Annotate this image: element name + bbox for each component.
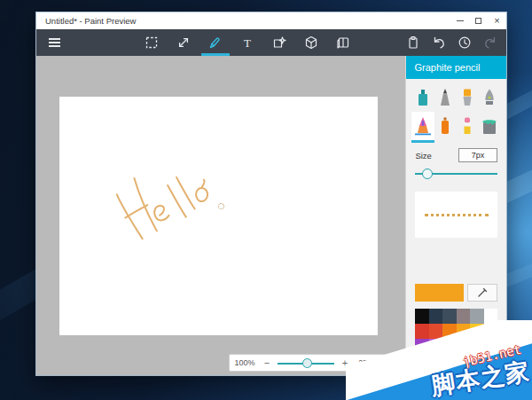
crayon-icon: [460, 116, 474, 136]
canvas-tool-button[interactable]: [327, 29, 359, 56]
panel-header: Graphite pencil: [406, 56, 506, 79]
palette-swatch[interactable]: [484, 324, 497, 339]
zoom-out-button[interactable]: −: [260, 357, 274, 368]
cube-3d-icon: [303, 35, 319, 51]
size-slider[interactable]: [415, 168, 497, 180]
sticker-icon: [271, 35, 287, 51]
palette-swatch[interactable]: [429, 324, 442, 339]
eyedropper-button[interactable]: [467, 284, 497, 302]
zoom-level: 100%: [230, 358, 260, 367]
drawing-canvas[interactable]: [59, 97, 378, 335]
zoom-slider-thumb[interactable]: [302, 358, 312, 368]
paste-icon: [405, 35, 421, 51]
history-button[interactable]: [451, 29, 477, 56]
minimize-button[interactable]: [450, 12, 469, 29]
toolbar: T: [36, 29, 506, 56]
text-icon: T: [239, 35, 255, 51]
zoom-slider[interactable]: [274, 355, 338, 371]
select-tool-button[interactable]: [136, 29, 168, 56]
history-clock-icon: [457, 35, 473, 51]
brush-graphite-pencil[interactable]: [434, 83, 457, 112]
palette-swatch[interactable]: [442, 309, 456, 324]
text-tool-button[interactable]: T: [231, 29, 263, 56]
menu-button[interactable]: [49, 38, 60, 47]
palette-swatch[interactable]: [470, 339, 483, 354]
brush-watercolor-selected[interactable]: [411, 112, 434, 140]
chevron-down-icon[interactable]: ⌄: [375, 359, 393, 367]
brushes-panel: Graphite pencil: [405, 56, 506, 375]
hello-drawing: [111, 161, 244, 258]
stroke-preview: [415, 192, 497, 238]
brush-fountain-pen[interactable]: [479, 83, 501, 112]
select-icon: [144, 35, 160, 51]
palette-swatch[interactable]: [484, 309, 497, 324]
marker-icon: [416, 88, 430, 107]
fountain-pen-icon: [482, 88, 497, 107]
view-mode-value[interactable]: 2D: [352, 358, 375, 367]
window-title: Untitled* - Paint Preview: [36, 16, 450, 26]
size-slider-thumb[interactable]: [422, 169, 433, 179]
brush-spray-can[interactable]: [434, 112, 457, 140]
paste-button[interactable]: [400, 29, 426, 56]
hamburger-icon: [49, 38, 60, 40]
paint-preview-window: Untitled* - Paint Preview ×: [35, 12, 507, 376]
svg-text:T: T: [244, 36, 251, 50]
color-palette: [415, 309, 497, 354]
titlebar[interactable]: Untitled* - Paint Preview ×: [36, 12, 506, 29]
palette-swatch[interactable]: [429, 309, 442, 324]
workspace: 100% − + 2D ⌄: [36, 56, 405, 375]
size-value-field[interactable]: 7px: [458, 148, 497, 162]
zoom-in-button[interactable]: +: [338, 357, 352, 368]
close-button[interactable]: ×: [488, 12, 506, 29]
action-group: [400, 29, 506, 56]
palette-swatch[interactable]: [415, 324, 428, 339]
eyedropper-icon: [476, 286, 489, 299]
stickers-tool-button[interactable]: [263, 29, 295, 56]
current-color-swatch[interactable]: [415, 284, 464, 302]
minimize-icon: [457, 20, 464, 21]
brushes-tool-button[interactable]: [200, 29, 231, 56]
redo-button[interactable]: [477, 29, 503, 56]
palette-swatch[interactable]: [415, 339, 428, 354]
palette-swatch[interactable]: [457, 339, 470, 354]
canvas-icon: [335, 35, 351, 51]
window-controls: ×: [450, 12, 506, 29]
brush-grid: [411, 83, 501, 140]
brush-cursor: [218, 203, 224, 209]
3d-tool-button[interactable]: [295, 29, 327, 56]
palette-swatch[interactable]: [484, 339, 497, 354]
undo-button[interactable]: [426, 29, 451, 56]
spray-can-icon: [438, 116, 452, 136]
zoom-bar: 100% − + 2D ⌄: [229, 354, 394, 372]
watercolor-pencil-icon: [413, 115, 433, 137]
resize-icon: [176, 35, 192, 51]
tool-group: T: [72, 29, 400, 56]
brush-marker[interactable]: [411, 83, 434, 112]
palette-swatch[interactable]: [442, 339, 456, 354]
maximize-button[interactable]: [469, 12, 488, 29]
palette-swatch[interactable]: [457, 324, 470, 339]
brush-crayon[interactable]: [457, 112, 479, 140]
redo-icon: [482, 35, 498, 51]
graphite-pencil-icon: [438, 88, 452, 107]
brush-oil[interactable]: [457, 83, 479, 112]
resize-tool-button[interactable]: [168, 29, 200, 56]
oil-brush-icon: [460, 88, 474, 107]
brush-icon: [207, 35, 223, 51]
brush-fill-can[interactable]: [479, 112, 501, 140]
palette-swatch[interactable]: [442, 324, 456, 339]
panel-next-section: [415, 359, 466, 375]
size-label: Size: [415, 151, 431, 161]
close-icon: ×: [494, 16, 499, 26]
palette-swatch[interactable]: [457, 309, 470, 324]
maximize-icon: [475, 18, 481, 24]
desktop-wallpaper: Untitled* - Paint Preview ×: [0, 0, 532, 400]
palette-swatch[interactable]: [415, 309, 428, 324]
fill-can-icon: [481, 116, 498, 136]
palette-swatch[interactable]: [429, 339, 442, 354]
undo-icon: [431, 35, 447, 51]
palette-swatch[interactable]: [470, 324, 483, 339]
stroke-sample-line: [425, 214, 489, 216]
palette-swatch[interactable]: [470, 309, 483, 324]
